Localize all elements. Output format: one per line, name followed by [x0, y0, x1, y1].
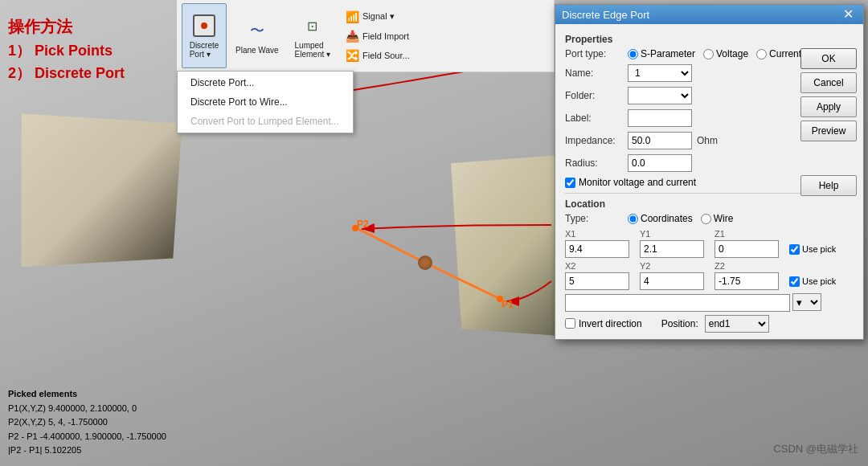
- monitor-checkbox[interactable]: [565, 178, 575, 188]
- bottom-info-panel: Picked elements P1(X,Y,Z) 9.400000, 2.10…: [8, 387, 166, 458]
- use-pick-2-label: Use pick: [802, 276, 836, 286]
- folder-label: Folder:: [565, 90, 623, 101]
- invert-position-row: Invert direction Position: end1: [565, 315, 854, 333]
- bottom-info-line3: P2 - P1 -4.400000, 1.900000, -1.750000: [8, 430, 166, 444]
- z2-header: Z2: [714, 261, 787, 271]
- cancel-button[interactable]: Cancel: [800, 72, 857, 93]
- signal-icon: 📶: [346, 10, 359, 23]
- toolbar-lumped-element-button[interactable]: ⊡ LumpedElement ▾: [288, 3, 338, 68]
- y1-input[interactable]: [640, 240, 704, 258]
- instructions-step2: 2） Discrete Port: [8, 63, 125, 83]
- plane-wave-label: Plane Wave: [235, 46, 279, 55]
- dialog-titlebar: Discrete Edge Port ✕: [555, 5, 863, 24]
- use-pick-1-row: Use pick: [789, 244, 854, 255]
- dropdown-discrete-port[interactable]: Discrete Port...: [178, 73, 353, 92]
- position-select[interactable]: end1: [705, 315, 769, 333]
- x2-header: X2: [565, 261, 637, 271]
- use-pick-2-checkbox[interactable]: [789, 276, 800, 287]
- point-p1-label: P1: [502, 299, 514, 310]
- monitor-label: Monitor voltage and current: [579, 177, 696, 188]
- use-pick-1-label: Use pick: [802, 244, 836, 254]
- instructions-step1: 1） Pick Points: [8, 41, 125, 60]
- dropdown-discrete-port-wire[interactable]: Discrete Port to Wire...: [178, 92, 353, 112]
- dialog-close-button[interactable]: ✕: [840, 8, 857, 21]
- radio-coordinates[interactable]: Coordinates: [628, 213, 693, 224]
- toolbar-right-group: 📶 Signal ▾ 📥 Field Import 🔀 Field Sour..…: [342, 3, 413, 68]
- field-import-button[interactable]: 📥 Field Import: [342, 28, 413, 44]
- signal-button[interactable]: 📶 Signal ▾: [342, 9, 413, 25]
- y2-header: Y2: [640, 261, 712, 271]
- svg-line-0: [357, 228, 425, 263]
- dropdown-convert-port: Convert Port to Lumped Element...: [178, 112, 353, 131]
- toolbar-plane-wave-button[interactable]: 〜 Plane Wave: [228, 3, 286, 68]
- dialog-discrete-edge-port: Discrete Edge Port ✕ Properties Port typ…: [555, 4, 864, 340]
- y1-header: Y1: [640, 229, 712, 239]
- radio-wire[interactable]: Wire: [701, 213, 734, 224]
- lumped-element-icon: ⊡: [300, 13, 326, 39]
- location-section-label: Location: [565, 198, 854, 210]
- label-input[interactable]: [628, 109, 692, 127]
- point-p2-label: P2: [357, 219, 369, 230]
- port-type-label: Port type:: [565, 48, 623, 59]
- bottom-info-line1: P1(X,Y,Z) 9.400000, 2.100000, 0: [8, 402, 166, 416]
- bottom-info-line2: P2(X,Y,Z) 5, 4, -1.750000: [8, 415, 166, 430]
- impedance-label: Impedance:: [565, 135, 623, 146]
- watermark: CSDN @电磁学社: [773, 442, 858, 456]
- folder-select[interactable]: [628, 87, 692, 104]
- bottom-info-line4: |P2 - P1| 5.102205: [8, 444, 166, 458]
- apply-button[interactable]: Apply: [800, 96, 857, 117]
- toolbar: DiscretePort ▾ 〜 Plane Wave ⊡ LumpedElem…: [177, 0, 555, 72]
- use-pick-2-row: Use pick: [789, 276, 854, 287]
- name-label: Name:: [565, 67, 623, 79]
- discrete-port-icon: [191, 13, 217, 39]
- instructions-panel: 操作方法 1） Pick Points 2） Discrete Port: [8, 16, 125, 83]
- use-pick-1-checkbox[interactable]: [789, 244, 800, 255]
- radio-s-parameter[interactable]: S-Parameter: [628, 48, 695, 59]
- field-source-icon: 🔀: [346, 49, 359, 62]
- extra-select[interactable]: ▾: [792, 293, 821, 311]
- x1-input[interactable]: [565, 240, 629, 258]
- preview-button[interactable]: Preview: [800, 121, 857, 141]
- ok-button[interactable]: OK: [800, 48, 857, 69]
- impedance-input[interactable]: [628, 132, 692, 149]
- field-import-icon: 📥: [346, 30, 359, 43]
- z2-input[interactable]: [714, 272, 779, 290]
- 3d-box-left: [22, 114, 182, 268]
- y2-input[interactable]: [640, 272, 704, 290]
- radio-voltage[interactable]: Voltage: [703, 48, 748, 59]
- name-select[interactable]: 1: [628, 64, 692, 82]
- picked-elements-title: Picked elements: [8, 387, 166, 402]
- dialog-title: Discrete Edge Port: [562, 9, 649, 21]
- x2-input[interactable]: [565, 272, 629, 290]
- ohm-unit-label: Ohm: [697, 135, 718, 146]
- field-source-button[interactable]: 🔀 Field Sour...: [342, 47, 413, 63]
- radius-label: Radius:: [565, 157, 623, 169]
- label-field-label: Label:: [565, 112, 623, 124]
- dropdown-menu: Discrete Port... Discrete Port to Wire..…: [177, 71, 354, 133]
- position-label: Position:: [661, 318, 698, 329]
- help-button[interactable]: Help: [800, 175, 857, 196]
- z1-input[interactable]: [714, 240, 779, 258]
- location-type-radio-group: Coordinates Wire: [628, 213, 733, 224]
- toolbar-discrete-port-button[interactable]: DiscretePort ▾: [182, 3, 227, 68]
- x1-header: X1: [565, 229, 637, 239]
- properties-section-label: Properties: [565, 34, 854, 45]
- invert-direction-checkbox[interactable]: [565, 318, 575, 329]
- field-import-label: Field Import: [362, 31, 409, 41]
- midpoint-dot: [418, 255, 432, 270]
- lumped-element-label: LumpedElement ▾: [295, 41, 330, 59]
- signal-label: Signal ▾: [362, 11, 395, 22]
- location-type-row: Type: Coordinates Wire: [565, 213, 854, 224]
- dialog-buttons: OK Cancel Apply Preview Help: [794, 48, 863, 196]
- invert-direction-label: Invert direction: [579, 318, 642, 329]
- radius-input[interactable]: [628, 154, 692, 172]
- discrete-port-label: DiscretePort ▾: [190, 41, 219, 59]
- z1-header: Z1: [714, 229, 787, 239]
- location-type-label: Type:: [565, 213, 623, 224]
- field-source-label: Field Sour...: [362, 51, 410, 60]
- port-type-radio-group: S-Parameter Voltage Current: [628, 48, 801, 59]
- dialog-layout: Properties Port type: S-Parameter Voltag…: [555, 24, 863, 339]
- plane-wave-icon: 〜: [244, 18, 270, 43]
- extra-input[interactable]: [565, 294, 790, 312]
- instructions-title: 操作方法: [8, 16, 125, 38]
